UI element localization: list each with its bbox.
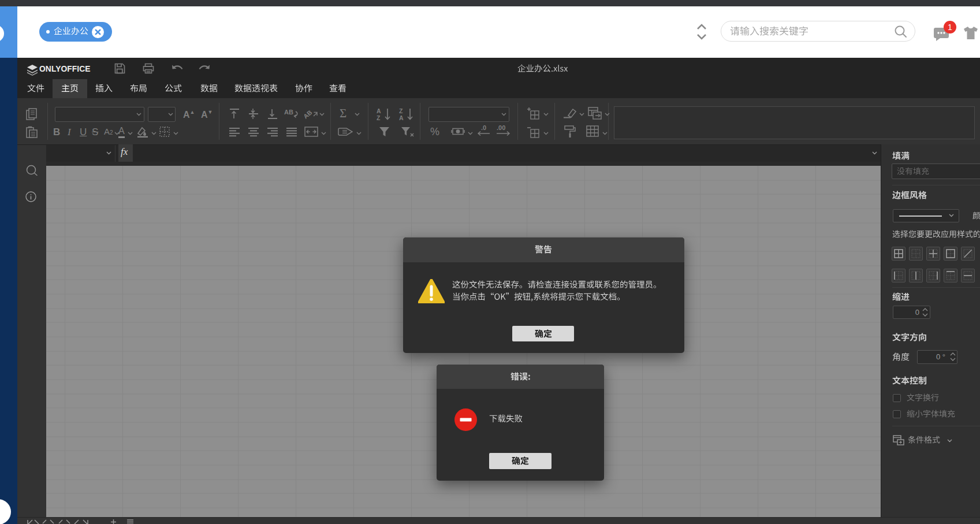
svg-text:AB: AB (304, 109, 314, 120)
svg-text:AB: AB (284, 109, 293, 116)
svg-text:A: A (399, 114, 404, 121)
svg-text:Z: Z (399, 107, 403, 114)
svg-text:Z: Z (377, 114, 381, 121)
svg-text:.0: .0 (481, 125, 486, 131)
svg-text:A: A (377, 107, 381, 114)
svg-text:.00: .00 (497, 125, 505, 131)
